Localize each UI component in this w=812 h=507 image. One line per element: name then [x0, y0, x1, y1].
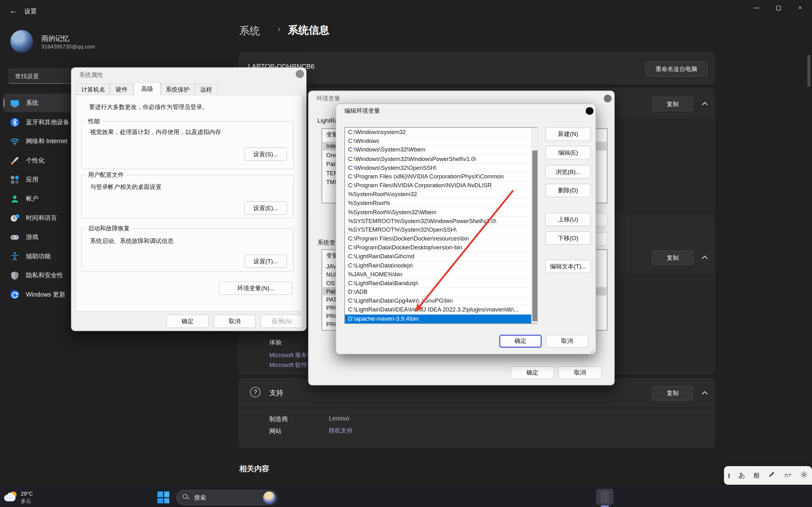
path-list-item[interactable]: C:\Windows [345, 136, 531, 146]
path-list-item[interactable]: C:\Windows\system32 [345, 128, 531, 136]
new-button[interactable]: 新建(N) [545, 127, 591, 141]
path-list[interactable]: C:\Windows\system32C:\WindowsC:\Windows\… [345, 127, 538, 324]
move-up-button[interactable]: 上移(U) [545, 213, 591, 226]
app-title: 设置 [24, 7, 37, 16]
path-list-item[interactable]: C:\Windows\System32\OpenSSH\ [345, 163, 531, 172]
search-icon [183, 494, 189, 500]
bluetooth-icon [10, 117, 20, 127]
avatar [10, 30, 33, 53]
path-list-item[interactable]: C:\LightRainData\Bandizip\ [345, 279, 531, 288]
list-scrollbar-thumb[interactable] [532, 151, 537, 321]
list-scrollbar-track[interactable] [531, 128, 538, 323]
annotation-dot-gray [296, 70, 304, 78]
startup-recovery-group: 启动和故障恢复 系统启动、系统故障和调试信息 设置(T)... [81, 228, 293, 272]
search-placeholder: 查找设置 [15, 72, 39, 80]
delete-button[interactable]: 删除(D) [545, 184, 591, 197]
path-list-item[interactable]: C:\Windows\System32\WindowsPowerShell\v1… [345, 154, 531, 163]
path-list-item[interactable]: %SystemRoot%\System32\Wbem [345, 208, 531, 217]
user-profiles-group-label: 用户配置文件 [86, 171, 126, 179]
path-list-item[interactable]: C:\LightRainData\nodejs\ [345, 261, 531, 270]
performance-group-label: 性能 [86, 118, 102, 125]
path-list-item[interactable]: %JAVA_HOME%\bin [345, 270, 531, 279]
tab-computer-name[interactable]: 计算机名 [77, 83, 110, 95]
dialog-title: 环境变量 [316, 95, 340, 102]
path-list-item[interactable]: C:\Program Files\NVIDIA Corporation\NVID… [345, 181, 531, 190]
tab-advanced[interactable]: 高级 [134, 82, 160, 95]
browse-button[interactable]: 浏览(B)... [545, 165, 591, 178]
path-list-item[interactable]: C:\Program Files\Docker\Docker\resources… [345, 234, 531, 243]
close-icon: × [798, 4, 802, 11]
path-list-item[interactable]: D:\apache-maven-3.9.4\bin [345, 314, 531, 323]
cancel-button[interactable]: 取消 [546, 335, 589, 348]
close-button[interactable]: × [789, 0, 811, 15]
path-list-item[interactable]: %SystemRoot%\system32 [345, 190, 531, 199]
ime-mode-item[interactable]: あ [739, 471, 745, 480]
performance-settings-button[interactable]: 设置(S)... [245, 147, 287, 161]
path-list-item[interactable]: C:\LightRainData\Git\cmd [345, 252, 531, 261]
taskbar: 29°C 多云 搜索 [0, 487, 812, 507]
ok-button[interactable]: 确定 [511, 366, 554, 379]
back-arrow-icon: ← [9, 6, 17, 15]
copy-device-spec-button[interactable]: 复制 [652, 97, 694, 111]
edit-button[interactable]: 编辑(E) [545, 146, 591, 159]
path-list-item[interactable]: C:\Windows\System32\Wbem [345, 146, 531, 154]
page-scrollbar[interactable] [807, 55, 810, 87]
environment-variables-button[interactable]: 环境变量(N)... [219, 281, 293, 295]
user-name: 雨的记忆 [42, 34, 69, 43]
path-list-item[interactable]: %SystemRoot% [345, 199, 531, 208]
edit-environment-variable-dialog: 编辑环境变量 C:\Windows\system32C:\WindowsC:\W… [336, 104, 596, 354]
cancel-button[interactable]: 取消 [213, 315, 256, 328]
wifi-icon [10, 136, 20, 146]
admin-note: 要进行大多数更改，你必须作为管理员登录。 [89, 104, 208, 111]
collapse-chevron-icon[interactable] [701, 389, 709, 397]
user-profiles-settings-button[interactable]: 设置(E)... [245, 201, 287, 215]
weather-temp: 29°C [20, 491, 33, 497]
collapse-chevron-icon[interactable] [701, 253, 709, 262]
website-link[interactable]: 联机支持 [329, 427, 353, 435]
manufacturer-label: 制造商 [269, 415, 288, 424]
annotation-dot-black [586, 107, 594, 115]
ok-button[interactable]: 确定 [166, 315, 209, 328]
tab-hardware[interactable]: 硬件 [110, 83, 134, 95]
collapse-chevron-icon[interactable] [701, 100, 709, 108]
ime-kana-item[interactable]: カナ [784, 472, 792, 479]
shield-icon [10, 270, 20, 280]
path-list-item[interactable]: C:\ProgramData\DockerDesktop\version-bin [345, 243, 531, 252]
ime-settings-gear-icon[interactable] [800, 470, 808, 481]
edit-text-button[interactable]: 编辑文本(T)... [545, 260, 591, 273]
path-list-item[interactable]: D:\ADB [345, 288, 531, 297]
gamepad-icon [10, 232, 20, 242]
cancel-button[interactable]: 取消 [558, 366, 602, 379]
ok-button[interactable]: 确定 [499, 335, 542, 348]
nav-selected-indicator [3, 99, 5, 107]
path-list-item[interactable]: %SYSTEMROOT%\System32\OpenSSH\ [345, 226, 531, 234]
maximize-button[interactable] [768, 0, 790, 15]
apply-button[interactable]: 应用(A) [260, 315, 303, 328]
startup-recovery-settings-button[interactable]: 设置(T)... [245, 255, 287, 268]
rename-pc-button[interactable]: 重命名这台电脑 [645, 61, 707, 76]
tab-system-protection[interactable]: 系统保护 [160, 83, 195, 95]
breadcrumb-parent[interactable]: 系统 [239, 24, 260, 38]
desktop-screen: ← 设置 × 雨的记忆 3164395730@qq.com 查找设置 系统 [0, 0, 812, 507]
ime-conversion-item[interactable]: 般 [754, 471, 760, 480]
user-profiles-group: 用户配置文件 与登录帐户相关的桌面设置 设置(E)... [81, 175, 293, 218]
tab-remote[interactable]: 远程 [195, 83, 217, 95]
active-app-tile[interactable] [596, 489, 614, 505]
minimize-button[interactable] [746, 0, 768, 15]
path-list-item[interactable]: C:\LightRainData\IDEA\IntelliJ IDEA 2022… [345, 305, 531, 314]
path-list-item[interactable]: C:\Program Files (x86)\NVIDIA Corporatio… [345, 172, 531, 181]
path-list-item[interactable]: %SYSTEMROOT%\System32\WindowsPowerShell\… [345, 217, 531, 226]
weather-widget[interactable]: 29°C 多云 [3, 489, 60, 505]
path-list-item[interactable]: C:\LightRainData\Gpg4win\..\GnuPG\bin [345, 297, 531, 305]
ime-caret-item[interactable]: I [728, 471, 730, 479]
account-block[interactable]: 雨的记忆 3164395730@qq.com [10, 29, 145, 54]
start-button[interactable] [156, 491, 170, 504]
copy-windows-spec-button[interactable]: 复制 [652, 250, 694, 265]
resize-grip[interactable] [589, 348, 594, 353]
back-button[interactable]: ← [7, 4, 20, 16]
ime-pen-icon[interactable] [768, 471, 775, 480]
taskbar-search[interactable]: 搜索 [176, 490, 277, 505]
related-content-title: 相关内容 [239, 464, 269, 474]
move-down-button[interactable]: 下移(O) [545, 231, 591, 245]
copy-support-button[interactable]: 复制 [652, 386, 694, 400]
